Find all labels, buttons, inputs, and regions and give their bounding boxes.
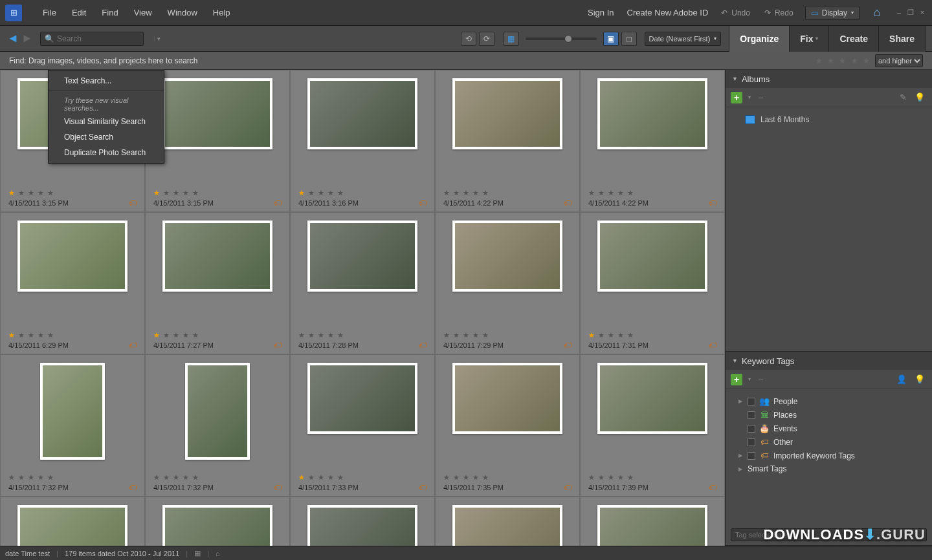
thumbnail-cell[interactable]: ★ ★ ★ ★ ★ 4/15/2011 3:15 PM🏷 [145,70,290,212]
menu-window[interactable]: Window [160,5,205,20]
rating-stars[interactable]: ★ ★ ★ ★ ★ [588,473,716,482]
add-album-button[interactable]: + [731,92,742,103]
thumbnail-cell[interactable]: ★ ★ ★ ★ ★ [435,497,580,546]
thumbnail-cell[interactable]: ★ ★ ★ ★ ★ 4/15/2011 7:27 PM🏷 [145,212,290,354]
rating-stars[interactable]: ★ ★ ★ ★ ★ [153,331,282,339]
tab-share[interactable]: Share [879,26,926,52]
rating-stars[interactable]: ★ ★ ★ ★ ★ [8,473,137,482]
tag-checkbox[interactable] [748,452,755,460]
app-logo-icon[interactable]: ⊞ [5,5,22,21]
redo-icon[interactable]: ↷ [764,8,771,17]
window-minimize-icon[interactable]: – [894,8,904,17]
thumbnail-cell[interactable]: ★ ★ ★ ★ ★ 4/15/2011 7:35 PM🏷 [435,354,580,497]
rating-stars[interactable]: ★ ★ ★ ★ ★ [8,331,137,339]
tag-category-other[interactable]: 🏷 Other [732,435,926,449]
rating-stars[interactable]: ★ ★ ★ ★ ★ [588,331,716,339]
sort-order-dropdown[interactable]: Date (Newest First) ▾ [645,32,722,46]
menu-help[interactable]: Help [205,5,238,20]
thumbnail-image[interactable] [17,221,128,292]
grid-view-button[interactable]: ▦ [504,32,519,46]
fullscreen-button[interactable]: ◻ [621,32,637,46]
thumbnail-size-slider[interactable] [526,38,597,40]
thumbnail-tag-icon[interactable]: 🏷 [564,483,571,492]
tab-create[interactable]: Create [829,26,879,52]
undo-label[interactable]: Undo [731,8,750,17]
albums-edit-icon[interactable]: ✎ [898,92,909,102]
albums-minus-icon[interactable]: – [757,92,765,102]
thumbnail-cell[interactable]: ★ ★ ★ ★ ★ [580,497,725,546]
small-view-button[interactable]: ▣ [603,32,619,46]
thumbnail-image[interactable] [307,221,417,292]
status-calendar-icon[interactable]: ▦ [194,549,201,557]
menu-visual-similarity[interactable]: Visual Similarity Search [49,114,164,129]
thumbnail-image[interactable] [162,78,272,149]
tag-category-events[interactable]: 🎂 Events [732,422,926,435]
rating-stars[interactable]: ★ ★ ★ ★ ★ [443,473,571,482]
thumbnail-cell[interactable]: ★ ★ ★ ★ ★ 4/15/2011 7:32 PM🏷 [0,354,145,497]
thumbnail-image[interactable] [162,221,272,292]
albums-panel-header[interactable]: ▼ Albums [726,70,932,88]
thumbnail-image[interactable] [307,363,417,434]
window-close-icon[interactable]: × [918,8,927,17]
menu-edit[interactable]: Edit [64,5,94,20]
thumbnail-tag-icon[interactable]: 🏷 [274,341,282,350]
tab-fix[interactable]: Fix▾ [790,26,829,52]
search-box[interactable]: 🔍 ▾ [40,32,144,46]
thumbnail-cell[interactable]: ★ ★ ★ ★ ★ [290,497,435,546]
thumbnail-tag-icon[interactable]: 🏷 [129,483,137,492]
menu-object-search[interactable]: Object Search [49,129,164,145]
thumbnail-image[interactable] [597,363,707,434]
thumbnail-tag-icon[interactable]: 🏷 [419,199,427,208]
thumbnail-cell[interactable]: ★ ★ ★ ★ ★ 4/15/2011 4:22 PM🏷 [580,70,725,212]
display-dropdown[interactable]: ▭ Display ▾ [805,6,860,20]
thumbnail-tag-icon[interactable]: 🏷 [564,199,571,208]
thumbnail-cell[interactable]: ★ ★ ★ ★ ★ 4/15/2011 3:16 PM🏷 [290,70,435,212]
tags-dropdown-icon[interactable]: ▾ [746,376,753,382]
menu-find[interactable]: Find [94,5,126,20]
thumbnail-image[interactable] [185,363,250,460]
thumbnail-cell[interactable]: ★ ★ ★ ★ ★ 4/15/2011 7:32 PM🏷 [145,354,290,497]
tag-category-places[interactable]: 🏛 Places [732,408,926,422]
tags-bulb-icon[interactable]: 💡 [913,374,927,384]
add-tag-button[interactable]: + [731,374,742,385]
thumbnail-image[interactable] [452,505,562,546]
thumbnail-cell[interactable]: ★ ★ ★ ★ ★ 4/15/2011 6:29 PM🏷 [0,212,145,354]
rating-stars[interactable]: ★ ★ ★ ★ ★ [298,331,427,339]
tag-checkbox[interactable] [748,425,755,433]
face-recognition-icon[interactable]: 👤 [894,374,909,384]
thumbnail-image[interactable] [307,505,417,546]
thumbnail-tag-icon[interactable]: 🏷 [419,341,427,350]
tag-checkbox[interactable] [748,398,755,405]
rotate-left-button[interactable]: ⟲ [461,32,476,46]
thumbnail-image[interactable] [597,221,707,292]
thumbnail-tag-icon[interactable]: 🏷 [564,341,571,350]
album-item[interactable]: Last 6 Months [732,113,926,127]
search-input[interactable] [57,34,154,43]
thumbnail-tag-icon[interactable]: 🏷 [709,341,716,350]
thumbnail-tag-icon[interactable]: 🏷 [709,199,716,208]
rating-stars[interactable]: ★ ★ ★ ★ ★ [298,189,427,197]
thumbnail-cell[interactable]: ★ ★ ★ ★ ★ [0,497,145,546]
thumbnail-image[interactable] [162,505,272,546]
albums-dropdown-icon[interactable]: ▾ [746,94,753,100]
thumbnail-image[interactable] [452,78,562,149]
thumbnail-cell[interactable]: ★ ★ ★ ★ ★ 4/15/2011 4:22 PM🏷 [435,70,580,212]
thumbnail-image[interactable] [307,78,417,149]
thumbnail-cell[interactable]: ★ ★ ★ ★ ★ 4/15/2011 7:28 PM🏷 [290,212,435,354]
thumbnail-tag-icon[interactable]: 🏷 [274,199,282,208]
thumbnail-cell[interactable]: ★ ★ ★ ★ ★ 4/15/2011 7:31 PM🏷 [580,212,725,354]
redo-label[interactable]: Redo [775,8,793,17]
thumbnail-image[interactable] [17,505,128,546]
keyword-tags-header[interactable]: ▼ Keyword Tags [726,352,932,370]
thumbnail-tag-icon[interactable]: 🏷 [129,341,137,350]
thumbnail-image[interactable] [597,505,707,546]
thumbnail-grid[interactable]: Text Search... Try these new visual sear… [0,70,725,546]
thumbnail-cell[interactable]: ★ ★ ★ ★ ★ 4/15/2011 7:39 PM🏷 [580,354,725,497]
nav-forward-icon[interactable]: ► [21,32,34,45]
thumbnail-cell[interactable]: ★ ★ ★ ★ ★ 4/15/2011 7:29 PM🏷 [435,212,580,354]
tags-minus-icon[interactable]: – [757,374,765,384]
home-icon[interactable]: ⌂ [870,6,884,20]
create-adobe-id-link[interactable]: Create New Adobe ID [621,5,715,20]
rating-stars[interactable]: ★ ★ ★ ★ ★ [153,473,282,482]
tab-organize[interactable]: Organize [729,26,790,52]
